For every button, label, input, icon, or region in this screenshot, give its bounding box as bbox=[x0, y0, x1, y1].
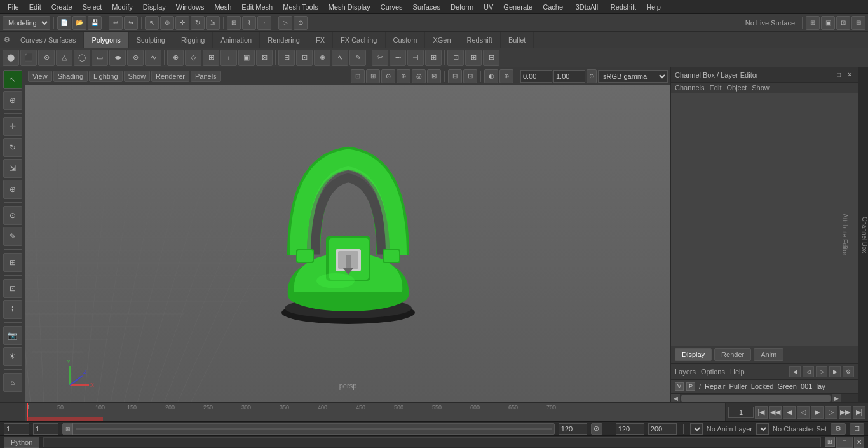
sculpt-icon[interactable]: ✎ bbox=[349, 50, 366, 66]
snap-grid-btn[interactable]: ⊞ bbox=[227, 16, 241, 30]
redo-btn[interactable]: ↪ bbox=[124, 16, 138, 30]
scroll-right-btn[interactable]: ▶ bbox=[832, 394, 841, 403]
range-end-btn[interactable]: ⊙ bbox=[591, 423, 602, 435]
vp-ctrl1[interactable]: ⊡ bbox=[351, 69, 365, 83]
vp-ctrl4[interactable]: ⊕ bbox=[397, 69, 410, 83]
scale-btn[interactable]: ⇲ bbox=[206, 16, 220, 30]
vp-grid-btn[interactable]: ⊟ bbox=[448, 69, 462, 83]
poly-bridge-icon[interactable]: ⊞ bbox=[203, 50, 219, 66]
viewport-3d[interactable]: persp X Y Z bbox=[25, 85, 670, 402]
vp-res-btn[interactable]: ⊕ bbox=[499, 69, 513, 83]
rotate-tool-btn[interactable]: ↻ bbox=[3, 138, 22, 157]
poly-bevel-icon[interactable]: ◇ bbox=[185, 50, 201, 66]
sculpt-brush-btn[interactable]: ✎ bbox=[3, 227, 22, 246]
tab-settings-icon[interactable]: ⚙ bbox=[1, 34, 13, 46]
edge-loop-icon[interactable]: ⊟ bbox=[278, 50, 295, 66]
layer-visibility-v[interactable]: V bbox=[675, 382, 684, 391]
poly-extrude-icon[interactable]: ⊕ bbox=[167, 50, 184, 66]
vp-view-btn[interactable]: View bbox=[28, 71, 52, 82]
vp-wire-btn[interactable]: ⊡ bbox=[463, 69, 477, 83]
rp-close-btn[interactable]: ✕ bbox=[845, 71, 854, 79]
attribute-editor-strip[interactable]: Channel Box Attribute Editor bbox=[858, 67, 868, 402]
scale-tool-btn[interactable]: ⇲ bbox=[3, 159, 22, 178]
tab-redshift[interactable]: Redshift bbox=[459, 32, 501, 48]
uv-icon[interactable]: ⊡ bbox=[447, 50, 464, 66]
play-fwd-btn[interactable]: ▶ bbox=[811, 406, 824, 419]
range-slider-handle[interactable]: ⊞ bbox=[63, 423, 73, 435]
frame-input[interactable] bbox=[33, 423, 58, 435]
snap-grid-lt-btn[interactable]: ⊡ bbox=[3, 279, 22, 298]
anim-max-input[interactable] bbox=[648, 423, 677, 435]
vp-lighting-btn[interactable]: Lighting bbox=[89, 71, 123, 82]
range-start-input[interactable] bbox=[4, 423, 29, 435]
move-tool-btn[interactable]: ✛ bbox=[3, 117, 22, 136]
color-profile-btn[interactable]: ⊙ bbox=[587, 69, 597, 83]
window-icon1[interactable]: ⊞ bbox=[825, 437, 835, 447]
menu-surfaces[interactable]: Surfaces bbox=[408, 2, 445, 12]
combine-icon[interactable]: ⊞ bbox=[425, 50, 442, 66]
menu-modify[interactable]: Modify bbox=[107, 2, 137, 12]
python-input[interactable] bbox=[43, 437, 821, 447]
poly-plane-icon[interactable]: ▭ bbox=[92, 50, 108, 66]
channels-btn[interactable]: Channels bbox=[675, 84, 704, 92]
layer-icon2[interactable]: ◁ bbox=[803, 366, 814, 377]
menu-edit-mesh[interactable]: Edit Mesh bbox=[236, 2, 278, 12]
poly-disk-icon[interactable]: ⬬ bbox=[109, 50, 126, 66]
menu-windows[interactable]: Windows bbox=[171, 2, 210, 12]
render-tab[interactable]: Render bbox=[714, 348, 751, 361]
edit-btn[interactable]: Edit bbox=[709, 84, 721, 92]
menu-3dto[interactable]: -3DtoAll- bbox=[568, 2, 606, 12]
menu-uv[interactable]: UV bbox=[478, 2, 498, 12]
current-frame-input[interactable] bbox=[728, 407, 754, 418]
vp-ctrl5[interactable]: ◎ bbox=[412, 69, 426, 83]
tab-xgen[interactable]: XGen bbox=[425, 32, 459, 48]
anim-tab[interactable]: Anim bbox=[754, 348, 783, 361]
menu-mesh[interactable]: Mesh bbox=[209, 2, 236, 12]
tab-polygons[interactable]: Polygons bbox=[84, 32, 128, 48]
layer-icon5[interactable]: ⚙ bbox=[843, 366, 854, 377]
range-slider[interactable]: ⊞ bbox=[62, 423, 555, 435]
rp-minimize-btn[interactable]: _ bbox=[824, 71, 832, 79]
poly-cylinder-icon[interactable]: ⊙ bbox=[38, 50, 55, 66]
zoom-value-input[interactable] bbox=[553, 70, 585, 83]
poly-sphere-icon[interactable]: ⬤ bbox=[3, 50, 19, 66]
rp-maximize-btn[interactable]: □ bbox=[834, 71, 843, 79]
char-set-settings-btn[interactable]: ⚙ bbox=[831, 423, 846, 435]
menu-file[interactable]: File bbox=[3, 2, 24, 12]
lasso-btn[interactable]: ⊙ bbox=[160, 16, 174, 30]
open-file-btn[interactable]: 📂 bbox=[72, 16, 86, 30]
camera-btn[interactable]: 📷 bbox=[3, 326, 22, 345]
cut-icon[interactable]: ✂ bbox=[372, 50, 388, 66]
menu-redshift[interactable]: Redshift bbox=[606, 2, 641, 12]
smooth-icon[interactable]: ∿ bbox=[332, 50, 348, 66]
split-icon[interactable]: ⊸ bbox=[390, 50, 406, 66]
status-extra-btn[interactable]: ⊡ bbox=[850, 423, 864, 435]
undo-btn[interactable]: ↩ bbox=[109, 16, 123, 30]
window-control-restore[interactable]: □ bbox=[836, 437, 853, 448]
options-btn[interactable]: Options bbox=[701, 368, 725, 376]
snap-point-btn[interactable]: · bbox=[257, 16, 271, 30]
paint-select-btn[interactable]: ⊕ bbox=[3, 91, 22, 110]
step-back-btn[interactable]: ◀ bbox=[783, 406, 796, 419]
tab-rigging[interactable]: Rigging bbox=[173, 32, 213, 48]
vp-ctrl6[interactable]: ⊠ bbox=[427, 69, 441, 83]
layers-btn[interactable]: Layers bbox=[675, 368, 696, 376]
vp-ctrl3[interactable]: ⊙ bbox=[381, 69, 395, 83]
vp-panels-btn[interactable]: Panels bbox=[191, 71, 221, 82]
poly-pipe-icon[interactable]: ⊘ bbox=[127, 50, 144, 66]
soft-mod-btn[interactable]: ⊙ bbox=[3, 206, 22, 225]
layer-visibility-p[interactable]: P bbox=[686, 382, 695, 391]
next-key-btn[interactable]: ▶▶ bbox=[839, 406, 851, 419]
vp-shading-btn[interactable]: Shading bbox=[53, 71, 88, 82]
window-control-close[interactable]: ✕ bbox=[854, 437, 864, 448]
poly-torus-icon[interactable]: ◯ bbox=[74, 50, 90, 66]
channel-box-strip-label[interactable]: Channel Box bbox=[861, 217, 868, 253]
vp-ctrl2[interactable]: ⊞ bbox=[366, 69, 380, 83]
layer-icon3[interactable]: ▷ bbox=[816, 366, 827, 377]
menu-mesh-display[interactable]: Mesh Display bbox=[323, 2, 376, 12]
menu-create[interactable]: Create bbox=[46, 2, 78, 12]
step-fwd-btn[interactable]: ▷ bbox=[825, 406, 837, 419]
layer-icon4[interactable]: ▶ bbox=[829, 366, 841, 377]
range-end-input[interactable] bbox=[559, 423, 587, 435]
show-manip-btn[interactable]: ⊞ bbox=[3, 253, 22, 272]
